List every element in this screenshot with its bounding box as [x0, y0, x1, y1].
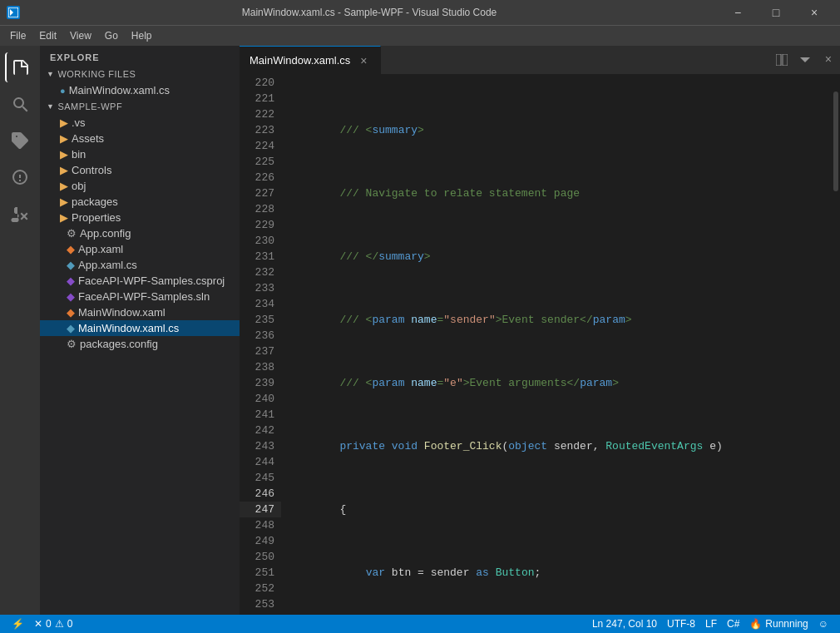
extensions-icon[interactable]: [5, 199, 35, 229]
file-sln[interactable]: ◆ FaceAPI-WPF-Samples.sln: [40, 289, 240, 304]
folder-icon: ▶: [60, 116, 68, 129]
code-editor[interactable]: 220 221 222 223 224 225 226 227 228 229 …: [240, 75, 840, 615]
working-file-mainwindow[interactable]: ● MainWindow.xaml.cs: [40, 82, 240, 98]
vertical-scrollbar[interactable]: [832, 75, 840, 615]
svg-rect-2: [783, 54, 788, 66]
code-line-226: {: [288, 502, 832, 517]
tabs-bar: MainWindow.xaml.cs × ×: [240, 46, 840, 75]
folder-icon: ▶: [60, 180, 68, 192]
error-count[interactable]: ✕ 0 ⚠ 0: [29, 615, 77, 633]
language-item[interactable]: C#: [722, 615, 744, 633]
code-line-222: /// </summary>: [288, 249, 832, 265]
file-app-config[interactable]: ⚙ App.config: [40, 225, 240, 241]
tab-label: MainWindow.xaml.cs: [250, 54, 350, 67]
running-item[interactable]: 🔥 Runnning: [744, 615, 813, 633]
file-mainwindow-xaml-cs[interactable]: ◆ MainWindow.xaml.cs: [40, 320, 240, 336]
file-app-xaml[interactable]: ◆ App.xaml: [40, 241, 240, 257]
explorer-icon[interactable]: [5, 52, 35, 82]
file-label: FaceAPI-WPF-Samples.csproj: [78, 274, 225, 287]
file-csproj[interactable]: ◆ FaceAPI-WPF-Samples.csproj: [40, 273, 240, 289]
menu-view[interactable]: View: [63, 28, 98, 43]
smiley-icon: ☺: [818, 618, 828, 630]
smiley-item[interactable]: ☺: [813, 615, 833, 633]
sample-wpf-chevron: ▼: [47, 102, 54, 111]
search-icon[interactable]: [5, 89, 35, 119]
minimize-button[interactable]: −: [719, 0, 757, 25]
folder-packages[interactable]: ▶ packages: [40, 194, 240, 210]
folder-label: obj: [72, 180, 86, 192]
file-icon: ◆: [67, 306, 75, 319]
folder-vs[interactable]: ▶ .vs: [40, 115, 240, 131]
sample-wpf-label: SAMPLE-WPF: [57, 101, 122, 111]
code-line-227: var btn = sender as Button;: [288, 565, 832, 581]
file-label: MainWindow.xaml: [78, 306, 166, 319]
menu-help[interactable]: Help: [125, 28, 159, 43]
error-icon: ✕: [34, 618, 42, 630]
menu-go[interactable]: Go: [98, 28, 125, 43]
folder-icon: ▶: [60, 211, 68, 224]
file-tree: ▶ .vs ▶ Assets ▶ bin ▶ Controls ▶ obj ▶ …: [40, 115, 240, 615]
git-icon[interactable]: [5, 126, 35, 156]
encoding-item[interactable]: UTF-8: [662, 615, 700, 633]
file-app-xaml-cs[interactable]: ◆ App.xaml.cs: [40, 257, 240, 273]
folder-label: Controls: [72, 164, 111, 176]
maximize-button[interactable]: □: [757, 0, 795, 25]
file-icon: ◆: [67, 274, 75, 287]
editor-area: MainWindow.xaml.cs × × 220 221 222 223: [240, 46, 840, 615]
menu-edit[interactable]: Edit: [32, 28, 63, 43]
file-icon: ⚙: [67, 227, 77, 240]
folder-icon: ▶: [60, 195, 68, 208]
close-button[interactable]: ×: [795, 0, 833, 25]
file-label: packages.config: [80, 338, 158, 350]
language-label: C#: [727, 618, 739, 630]
working-files-section[interactable]: ▼ WORKING FILES: [40, 66, 240, 82]
tab-mainwindow[interactable]: MainWindow.xaml.cs ×: [240, 46, 381, 75]
fire-icon: 🔥: [749, 618, 762, 630]
tab-close-button[interactable]: ×: [357, 54, 370, 67]
git-status[interactable]: ⚡: [7, 615, 29, 633]
svg-rect-1: [776, 54, 781, 66]
code-line-220: /// <summary>: [288, 122, 832, 138]
code-line-224: /// <param name="e">Event arguments</par…: [288, 375, 832, 391]
menu-file[interactable]: File: [3, 28, 32, 43]
main-layout: EXPLORE ▼ WORKING FILES ● MainWindow.xam…: [0, 46, 840, 615]
folder-label: Assets: [72, 132, 104, 145]
position-label: Ln 247, Col 10: [592, 618, 657, 630]
title-bar: MainWindow.xaml.cs - Sample-WPF - Visual…: [0, 0, 840, 25]
working-files-chevron: ▼: [47, 70, 54, 78]
running-label: Runnning: [765, 618, 808, 630]
scroll-thumb[interactable]: [833, 91, 838, 191]
window-controls: − □ ×: [719, 0, 833, 25]
tab-actions: ×: [770, 48, 840, 72]
split-editor-button[interactable]: [770, 48, 793, 72]
line-ending-item[interactable]: LF: [700, 615, 722, 633]
status-bar: ⚡ ✕ 0 ⚠ 0 Ln 247, Col 10 UTF-8 LF C# 🔥 R…: [0, 615, 840, 633]
sidebar-header: EXPLORE: [40, 46, 240, 66]
sample-wpf-section[interactable]: ▼ SAMPLE-WPF: [40, 98, 240, 115]
file-icon: ⚙: [67, 338, 77, 350]
file-icon: ◆: [67, 290, 75, 303]
more-actions-button[interactable]: [793, 48, 817, 72]
cursor-position[interactable]: Ln 247, Col 10: [587, 615, 662, 633]
folder-icon: ▶: [60, 148, 68, 161]
code-line-223: /// <param name="sender">Event sender</p…: [288, 312, 832, 328]
folder-label: packages: [72, 195, 118, 208]
folder-controls[interactable]: ▶ Controls: [40, 162, 240, 178]
file-label: App.xaml.cs: [78, 259, 137, 271]
code-content[interactable]: /// <summary> /// Navigate to relate sta…: [281, 75, 832, 615]
folder-properties[interactable]: ▶ Properties: [40, 210, 240, 225]
file-label: FaceAPI-WPF-Samples.sln: [78, 290, 210, 303]
close-editor-button[interactable]: ×: [817, 48, 840, 72]
working-files-label: WORKING FILES: [57, 69, 136, 79]
folder-obj[interactable]: ▶ obj: [40, 178, 240, 194]
file-icon: ◆: [67, 322, 75, 334]
app-icon: [7, 6, 20, 19]
debug-icon[interactable]: [5, 162, 35, 192]
folder-bin[interactable]: ▶ bin: [40, 146, 240, 162]
window-title: MainWindow.xaml.cs - Sample-WPF - Visual…: [27, 7, 712, 18]
folder-assets[interactable]: ▶ Assets: [40, 131, 240, 146]
folder-icon: ▶: [60, 132, 68, 145]
file-packages-config[interactable]: ⚙ packages.config: [40, 336, 240, 352]
code-line-221: /// Navigate to relate statement page: [288, 185, 832, 201]
file-mainwindow-xaml[interactable]: ◆ MainWindow.xaml: [40, 304, 240, 320]
